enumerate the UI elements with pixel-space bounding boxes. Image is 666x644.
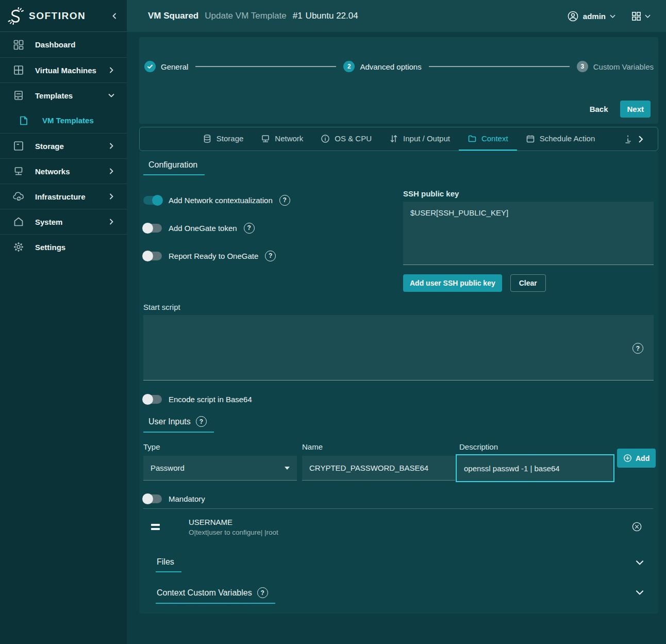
file-icon [19,115,29,126]
ssh-public-key-textarea[interactable]: $USER[SSH_PUBLIC_KEY] [403,202,654,265]
tab-input-output[interactable]: Input / Output [380,127,459,151]
user-input-name: USERNAME [189,518,278,526]
help-icon[interactable] [279,195,290,206]
help-icon[interactable] [632,343,643,354]
sidebar-item-vm-templates[interactable]: VM Templates [0,108,127,133]
toggle-label: Add Network contextualization [169,196,273,205]
tab-storage[interactable]: Storage [194,127,253,151]
tab-label: Schedule Action [540,134,595,143]
configuration-section-heading: Configuration [143,160,205,175]
toggle-knob [152,195,163,206]
add-user-ssh-key-button[interactable]: Add user SSH public key [403,274,502,292]
start-script-textarea[interactable] [143,315,654,381]
next-button[interactable]: Next [620,101,651,118]
help-icon[interactable] [244,223,255,234]
add-user-input-button[interactable]: Add [617,449,656,468]
encode-base64-toggle[interactable] [143,395,162,404]
step-number: 2 [343,61,355,72]
sidebar-collapse-icon[interactable] [111,13,118,19]
sidebar-item-networks[interactable]: Networks [0,158,127,184]
chevron-right-icon [108,193,114,200]
tab-label: Network [275,134,303,143]
advanced-options-tabs: Storage Network OS & CPU [139,127,658,151]
section-title: Configuration [148,160,197,170]
tab-os-cpu[interactable]: OS & CPU [312,127,380,151]
tabs-scroll-right-button[interactable] [637,134,644,144]
files-section-heading: Files [156,557,181,572]
chevron-right-icon [108,168,114,174]
step-connector [195,66,336,67]
page-title: Update VM Template [205,11,286,21]
chevron-right-icon [108,143,114,149]
tab-network[interactable]: Network [252,127,312,151]
custom-variables-expand-chevron-icon[interactable] [636,588,644,597]
user-name: admin [583,12,606,21]
toggle-label: Encode script in Base64 [169,395,252,404]
name-label: Name [302,442,323,451]
calendar-icon [526,134,535,143]
sidebar-item-settings[interactable]: Settings [0,234,127,259]
sidebar-item-label: VM Templates [42,116,114,125]
ssh-public-key-label: SSH public key [403,189,459,198]
tab-label: OS & CPU [335,134,372,143]
apps-grid-icon [631,11,642,22]
sidebar-item-storage[interactable]: Storage [0,133,127,158]
home-icon [12,216,24,228]
page: SOFTIRON Dashboard Virtual Machines [0,0,666,644]
toggle-knob [142,493,153,504]
step-label: Custom Variables [593,62,654,71]
help-icon[interactable] [265,251,276,261]
toggle-row-network-contextualization: Add Network contextualization [143,193,290,207]
wizard-steps: General 2 Advanced options 3 Custom Vari… [144,61,654,72]
start-script-label: Start script [143,303,180,311]
report-ready-toggle[interactable] [143,252,162,260]
sidebar-item-templates[interactable]: Templates [0,82,127,108]
type-select[interactable]: Password [143,456,297,481]
tab-schedule-action[interactable]: Schedule Action [517,127,604,151]
ssh-buttons: Add user SSH public key Clear [403,274,546,292]
mandatory-toggle[interactable] [143,494,162,503]
sidebar-item-virtual-machines[interactable]: Virtual Machines [0,57,127,82]
step-number: 3 [577,61,588,72]
toggle-knob [142,223,153,234]
toggle-row-encode-base64: Encode script in Base64 [143,392,252,406]
apps-menu[interactable] [631,11,651,22]
help-icon[interactable] [196,416,207,427]
toggle-row-mandatory: Mandatory [143,492,205,505]
user-menu[interactable]: admin [567,10,615,22]
files-expand-chevron-icon[interactable] [636,558,644,567]
user-avatar-icon [567,10,579,22]
clear-ssh-key-button[interactable]: Clear [510,274,546,292]
wizard-stepper-panel: General 2 Advanced options 3 Custom Vari… [139,37,658,124]
infrastructure-icon [12,191,24,203]
tab-context[interactable]: Context [459,127,517,151]
chevron-right-icon [108,219,114,225]
onegate-token-toggle[interactable] [143,224,162,233]
resource-title: #1 Ubuntu 22.04 [293,11,358,21]
sidebar-item-label: Templates [35,91,108,100]
type-label: Type [143,442,160,451]
tab-label: Context [481,134,508,143]
user-input-text: USERNAME O|text|user to configure| |root [189,518,278,536]
sidebar-item-label: Infrastructure [35,192,108,201]
files-section: Files [156,557,644,572]
sidebar-item-system[interactable]: System [0,209,127,234]
context-custom-variables-section: Context Custom Variables [156,587,644,604]
sidebar-item-label: System [35,218,108,226]
toggle-row-onegate-token: Add OneGate token [143,221,255,235]
sidebar-item-label: Dashboard [35,40,114,49]
sidebar-item-infrastructure[interactable]: Infrastructure [0,184,127,209]
network-contextualization-toggle[interactable] [143,196,162,205]
back-button[interactable]: Back [590,105,608,113]
sidebar-item-label: Networks [35,167,108,176]
gear-icon [12,241,24,253]
step-done-icon [144,61,156,72]
remove-user-input-icon[interactable] [631,521,642,532]
help-icon[interactable] [257,587,268,598]
sidebar-item-dashboard[interactable]: Dashboard [0,32,127,57]
name-input[interactable] [302,456,455,481]
drag-handle-icon[interactable] [151,524,160,530]
toggle-knob [142,251,153,261]
user-input-spec: O|text|user to configure| |root [189,529,278,536]
description-input[interactable] [456,454,614,482]
